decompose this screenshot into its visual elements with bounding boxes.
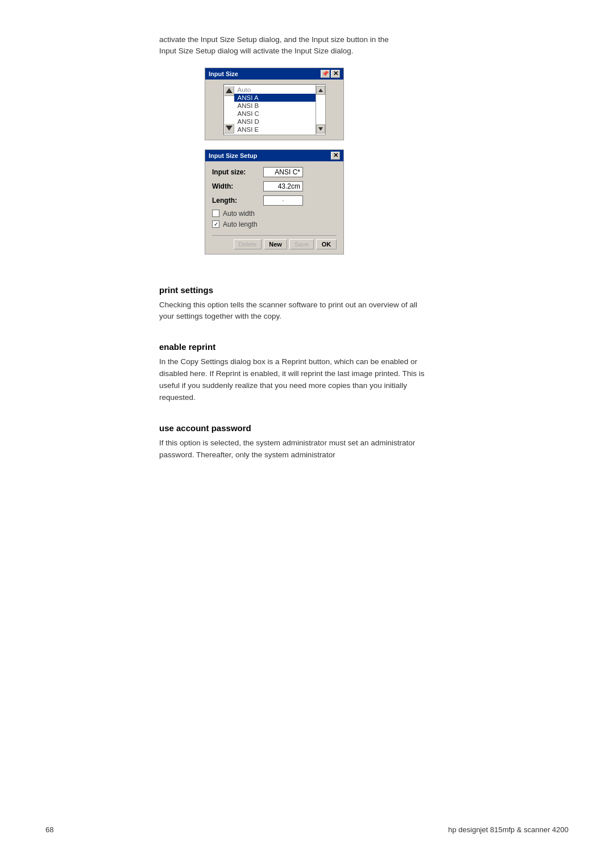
- list-item[interactable]: Auto: [234, 86, 316, 94]
- list-item[interactable]: ANSI B: [234, 102, 316, 110]
- scroll-up-icon: [226, 88, 233, 93]
- intro-text: activate the Input Size Setup dialog, an…: [159, 34, 432, 57]
- right-scroll-down-button[interactable]: [316, 124, 325, 133]
- pin-icon: 📌: [322, 70, 329, 77]
- width-field-label: Width:: [212, 182, 263, 190]
- input-size-setup-dialog: Input Size Setup ✕ Input size: ANSI C* W…: [205, 149, 344, 254]
- length-row: Length: -: [212, 195, 337, 206]
- list-item[interactable]: ANSI E: [234, 126, 316, 133]
- input-size-row: Input size: ANSI C*: [212, 167, 337, 177]
- auto-length-checkbox[interactable]: [212, 220, 219, 228]
- right-scroll-up-button[interactable]: [316, 86, 325, 95]
- scroll-down-icon: [226, 126, 233, 131]
- auto-width-label: Auto width: [223, 210, 255, 218]
- input-size-field-label: Input size:: [212, 168, 263, 176]
- list-right-scroll: [316, 85, 325, 135]
- scroll-up-button[interactable]: [224, 86, 234, 96]
- right-scroll-down-icon: [318, 127, 323, 131]
- auto-width-checkbox[interactable]: [212, 210, 219, 217]
- input-size-titlebar: Input Size 📌 ✕: [205, 68, 343, 80]
- list-item[interactable]: ANSI C: [234, 110, 316, 118]
- dialogs-area: Input Size 📌 ✕: [205, 68, 381, 254]
- auto-width-row: Auto width: [212, 210, 337, 218]
- setup-close-icon: ✕: [333, 152, 338, 159]
- input-size-dialog: Input Size 📌 ✕: [205, 68, 344, 140]
- list-item[interactable]: ANSI D: [234, 118, 316, 126]
- length-field-label: Length:: [212, 197, 263, 205]
- input-size-field-value: ANSI C*: [263, 167, 303, 177]
- new-button[interactable]: New: [264, 239, 287, 249]
- close-button[interactable]: ✕: [331, 70, 340, 78]
- list-items: Auto ANSI A ANSI B ANSI C ANSI D ANSI E: [234, 85, 316, 135]
- length-field-value: -: [263, 195, 303, 206]
- product-name: hp designjet 815mfp & scanner 4200: [448, 825, 569, 834]
- delete-button[interactable]: Delete: [234, 239, 262, 249]
- setup-close-button[interactable]: ✕: [331, 152, 340, 160]
- enable-reprint-heading: enable reprint: [159, 342, 569, 352]
- enable-reprint-body: In the Copy Settings dialog box is a Rep…: [159, 356, 432, 404]
- print-settings-heading: print settings: [159, 285, 569, 295]
- use-account-password-heading: use account password: [159, 423, 569, 433]
- titlebar-buttons: 📌 ✕: [321, 70, 340, 78]
- setup-dialog-body: Input size: ANSI C* Width: 43.2cm Length…: [205, 161, 343, 254]
- auto-length-label: Auto length: [223, 220, 258, 228]
- auto-length-row: Auto length: [212, 220, 337, 228]
- input-size-list-container: Auto ANSI A ANSI B ANSI C ANSI D ANSI E: [223, 84, 326, 135]
- setup-titlebar-buttons: ✕: [331, 152, 340, 160]
- right-scroll-up-icon: [318, 89, 323, 92]
- scroll-down-button[interactable]: [224, 123, 234, 133]
- enable-reprint-section: enable reprint In the Copy Settings dial…: [45, 328, 569, 404]
- list-scroll-buttons: [224, 85, 234, 135]
- input-size-title: Input Size: [209, 70, 238, 77]
- print-settings-body: Checking this option tells the scanner s…: [159, 299, 432, 323]
- use-account-password-section: use account password If this option is s…: [45, 410, 569, 461]
- setup-buttons-row: Delete New Save OK: [212, 235, 337, 249]
- close-icon: ✕: [333, 70, 338, 77]
- print-settings-section: print settings Checking this option tell…: [45, 272, 569, 323]
- save-button[interactable]: Save: [289, 239, 314, 249]
- width-row: Width: 43.2cm: [212, 181, 337, 191]
- ok-button[interactable]: OK: [316, 239, 337, 249]
- page-footer: 68 hp designjet 815mfp & scanner 4200: [45, 803, 569, 834]
- list-item[interactable]: ANSI A: [234, 94, 316, 102]
- setup-title: Input Size Setup: [209, 152, 258, 159]
- pin-button[interactable]: 📌: [321, 70, 330, 78]
- width-field-value: 43.2cm: [263, 181, 303, 191]
- input-size-dialog-body: Auto ANSI A ANSI B ANSI C ANSI D ANSI E: [205, 80, 343, 140]
- setup-titlebar: Input Size Setup ✕: [205, 150, 343, 161]
- page-number: 68: [45, 825, 53, 834]
- use-account-password-body: If this option is selected, the system a…: [159, 437, 432, 461]
